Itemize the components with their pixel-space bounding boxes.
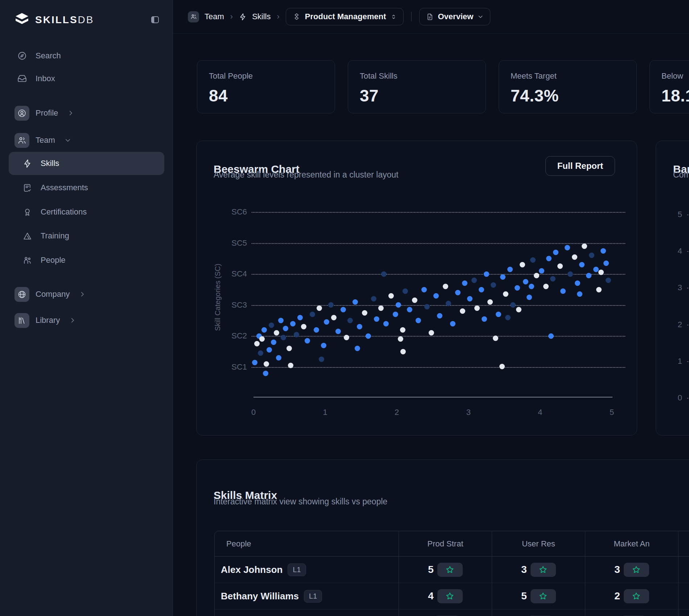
table-row[interactable]: Alex JohnsonL1533 xyxy=(215,557,689,583)
scatter-point[interactable] xyxy=(283,326,288,331)
scatter-point[interactable] xyxy=(400,327,405,333)
scatter-point[interactable] xyxy=(421,287,427,292)
scatter-point[interactable] xyxy=(505,315,511,320)
scatter-point[interactable] xyxy=(305,338,310,344)
table-row[interactable]: Bethany WilliamsL1452 xyxy=(215,583,689,609)
breadcrumb-team[interactable]: Team xyxy=(205,12,224,21)
scatter-point[interactable] xyxy=(553,250,558,255)
star-rating-button[interactable] xyxy=(437,589,463,603)
scatter-point[interactable] xyxy=(366,333,371,339)
scatter-point[interactable] xyxy=(388,293,394,299)
scatter-point[interactable] xyxy=(491,282,496,288)
sidebar-item-company[interactable]: Company xyxy=(0,286,173,303)
scatter-point[interactable] xyxy=(317,305,322,311)
scatter-point[interactable] xyxy=(523,279,528,284)
scatter-point[interactable] xyxy=(341,307,346,312)
scatter-point[interactable] xyxy=(460,308,465,314)
scatter-point[interactable] xyxy=(586,273,591,278)
scatter-point[interactable] xyxy=(579,262,585,267)
scatter-point[interactable] xyxy=(286,346,292,351)
scatter-point[interactable] xyxy=(429,330,434,336)
scatter-point[interactable] xyxy=(479,287,484,292)
scatter-point[interactable] xyxy=(437,313,442,319)
table-row[interactable] xyxy=(215,609,689,616)
scatter-point[interactable] xyxy=(557,263,563,269)
full-report-button[interactable]: Full Report xyxy=(545,156,615,176)
scatter-point[interactable] xyxy=(396,302,401,308)
scatter-point[interactable] xyxy=(301,324,306,329)
sidebar-item-team[interactable]: Team xyxy=(0,132,173,149)
scatter-point[interactable] xyxy=(374,316,379,322)
scatter-point[interactable] xyxy=(467,296,473,301)
scatter-point[interactable] xyxy=(276,355,281,361)
scatter-point[interactable] xyxy=(258,350,263,356)
scatter-point[interactable] xyxy=(290,321,296,326)
brand-logo[interactable]: SKILLSDB xyxy=(15,13,94,27)
scatter-point[interactable] xyxy=(515,285,520,291)
project-selector[interactable]: Product Management xyxy=(286,8,404,25)
scatter-point[interactable] xyxy=(344,335,349,340)
scatter-point[interactable] xyxy=(507,267,513,272)
scatter-point[interactable] xyxy=(328,302,334,308)
scatter-point[interactable] xyxy=(606,278,611,283)
scatter-point[interactable] xyxy=(499,364,505,369)
scatter-point[interactable] xyxy=(314,327,319,333)
scatter-point[interactable] xyxy=(530,257,536,263)
star-rating-button[interactable] xyxy=(531,589,556,603)
scatter-point[interactable] xyxy=(278,318,284,323)
scatter-point[interactable] xyxy=(560,288,566,294)
scatter-point[interactable] xyxy=(482,316,487,322)
scatter-point[interactable] xyxy=(335,329,341,334)
scatter-point[interactable] xyxy=(577,291,582,297)
sidebar-item-library[interactable]: Library xyxy=(0,312,173,329)
scatter-point[interactable] xyxy=(596,287,602,292)
scatter-point[interactable] xyxy=(271,340,276,345)
scatter-point[interactable] xyxy=(362,310,367,316)
scatter-point[interactable] xyxy=(400,349,406,354)
scatter-point[interactable] xyxy=(565,245,570,250)
sidebar-item-inbox[interactable]: Inbox xyxy=(0,70,173,87)
scatter-point[interactable] xyxy=(568,271,573,277)
scatter-point[interactable] xyxy=(510,302,516,308)
scatter-point[interactable] xyxy=(310,312,315,317)
scatter-point[interactable] xyxy=(493,336,498,341)
scatter-point[interactable] xyxy=(534,273,539,278)
sidebar-item-assessments[interactable]: Assessments xyxy=(0,179,173,197)
sidebar-item-skills[interactable]: Skills xyxy=(0,154,173,172)
view-selector[interactable]: Overview xyxy=(419,8,491,25)
scatter-point[interactable] xyxy=(381,271,387,277)
scatter-point[interactable] xyxy=(267,347,272,353)
scatter-point[interactable] xyxy=(393,312,398,317)
scatter-point[interactable] xyxy=(527,295,532,300)
scatter-point[interactable] xyxy=(601,248,606,254)
scatter-point[interactable] xyxy=(407,307,412,312)
scatter-point[interactable] xyxy=(500,274,506,280)
scatter-point[interactable] xyxy=(416,318,421,323)
scatter-point[interactable] xyxy=(603,261,609,266)
scatter-point[interactable] xyxy=(529,284,534,289)
scatter-point[interactable] xyxy=(297,315,303,320)
scatter-point[interactable] xyxy=(398,336,403,342)
scatter-point[interactable] xyxy=(259,336,265,342)
scatter-point[interactable] xyxy=(433,293,439,299)
star-rating-button[interactable] xyxy=(437,563,463,577)
star-rating-button[interactable] xyxy=(531,563,556,577)
scatter-point[interactable] xyxy=(252,360,257,365)
scatter-point[interactable] xyxy=(378,305,384,311)
scatter-point[interactable] xyxy=(261,327,267,333)
sidebar-item-people[interactable]: People xyxy=(0,251,173,269)
scatter-point[interactable] xyxy=(496,312,501,317)
scatter-point[interactable] xyxy=(321,343,326,348)
scatter-point[interactable] xyxy=(383,321,389,326)
scatter-point[interactable] xyxy=(443,284,448,289)
scatter-point[interactable] xyxy=(355,346,360,351)
scatter-point[interactable] xyxy=(593,267,599,272)
scatter-point[interactable] xyxy=(575,280,580,286)
scatter-point[interactable] xyxy=(263,371,268,376)
scatter-point[interactable] xyxy=(281,335,286,340)
scatter-point[interactable] xyxy=(471,278,477,283)
scatter-point[interactable] xyxy=(520,262,525,267)
sidebar-item-profile[interactable]: Profile xyxy=(0,105,173,121)
scatter-point[interactable] xyxy=(412,297,417,303)
scatter-point[interactable] xyxy=(548,333,554,339)
